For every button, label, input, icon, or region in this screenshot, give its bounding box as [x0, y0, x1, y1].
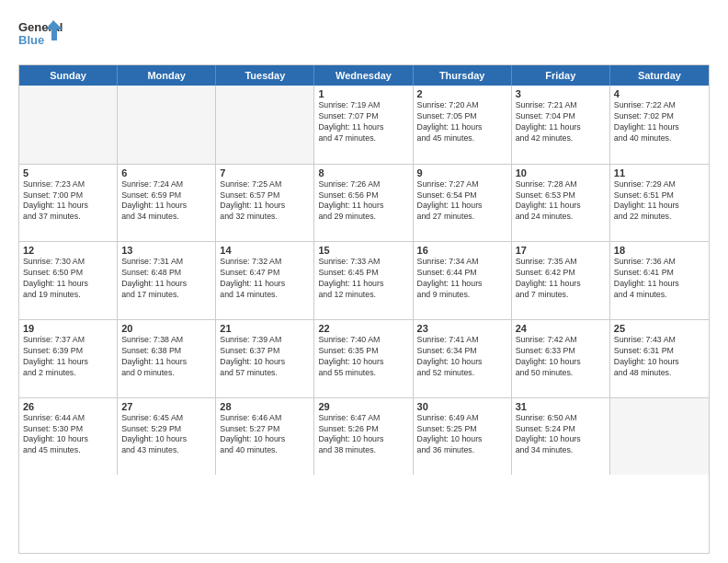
- cell-info: Sunrise: 7:26 AM Sunset: 6:56 PM Dayligh…: [318, 179, 408, 224]
- calendar-cell: 6Sunrise: 7:24 AM Sunset: 6:59 PM Daylig…: [118, 165, 216, 242]
- cell-info: Sunrise: 7:33 AM Sunset: 6:45 PM Dayligh…: [318, 257, 408, 301]
- calendar-cell: [216, 86, 314, 164]
- calendar-cell: 18Sunrise: 7:36 AM Sunset: 6:41 PM Dayli…: [610, 242, 709, 319]
- day-number: 10: [516, 167, 606, 178]
- calendar-cell: [118, 86, 216, 164]
- calendar-row: 5Sunrise: 7:23 AM Sunset: 7:00 PM Daylig…: [19, 164, 709, 242]
- cell-info: Sunrise: 7:31 AM Sunset: 6:48 PM Dayligh…: [121, 257, 211, 301]
- page-header: GeneralBlue: [18, 15, 710, 55]
- day-number: 4: [614, 88, 705, 99]
- day-number: 15: [318, 245, 408, 256]
- calendar-row: 26Sunrise: 6:44 AM Sunset: 5:30 PM Dayli…: [19, 397, 709, 476]
- calendar-cell: 28Sunrise: 6:46 AM Sunset: 5:27 PM Dayli…: [216, 398, 314, 476]
- cell-info: Sunrise: 7:29 AM Sunset: 6:51 PM Dayligh…: [614, 179, 705, 224]
- day-number: 19: [23, 323, 113, 334]
- cell-info: Sunrise: 7:25 AM Sunset: 6:57 PM Dayligh…: [220, 179, 310, 224]
- calendar-row: 12Sunrise: 7:30 AM Sunset: 6:50 PM Dayli…: [19, 241, 709, 319]
- day-number: 9: [417, 167, 507, 178]
- calendar-body: 1Sunrise: 7:19 AM Sunset: 7:07 PM Daylig…: [19, 86, 709, 553]
- calendar-cell: 8Sunrise: 7:26 AM Sunset: 6:56 PM Daylig…: [314, 165, 413, 242]
- calendar-cell: 30Sunrise: 6:49 AM Sunset: 5:25 PM Dayli…: [414, 398, 512, 476]
- calendar-cell: 5Sunrise: 7:23 AM Sunset: 7:00 PM Daylig…: [19, 165, 118, 242]
- cell-info: Sunrise: 7:24 AM Sunset: 6:59 PM Dayligh…: [121, 179, 211, 224]
- day-number: 22: [318, 323, 408, 334]
- cell-info: Sunrise: 7:21 AM Sunset: 7:04 PM Dayligh…: [516, 100, 606, 144]
- calendar-cell: 9Sunrise: 7:27 AM Sunset: 6:54 PM Daylig…: [414, 165, 512, 242]
- cell-info: Sunrise: 7:40 AM Sunset: 6:35 PM Dayligh…: [318, 335, 408, 379]
- calendar-cell: 27Sunrise: 6:45 AM Sunset: 5:29 PM Dayli…: [118, 398, 216, 476]
- calendar-cell: 1Sunrise: 7:19 AM Sunset: 7:07 PM Daylig…: [314, 86, 413, 164]
- weekday-header-tuesday: Tuesday: [216, 65, 314, 86]
- calendar-cell: 4Sunrise: 7:22 AM Sunset: 7:02 PM Daylig…: [610, 86, 709, 164]
- day-number: 25: [614, 323, 705, 334]
- calendar-cell: 25Sunrise: 7:43 AM Sunset: 6:31 PM Dayli…: [610, 320, 709, 397]
- day-number: 7: [220, 167, 310, 178]
- day-number: 6: [121, 167, 211, 178]
- cell-info: Sunrise: 7:23 AM Sunset: 7:00 PM Dayligh…: [23, 179, 113, 224]
- day-number: 17: [516, 245, 606, 256]
- calendar-cell: 16Sunrise: 7:34 AM Sunset: 6:44 PM Dayli…: [414, 242, 512, 319]
- cell-info: Sunrise: 7:20 AM Sunset: 7:05 PM Dayligh…: [417, 100, 507, 144]
- cell-info: Sunrise: 7:28 AM Sunset: 6:53 PM Dayligh…: [516, 179, 606, 224]
- day-number: 30: [417, 401, 507, 412]
- cell-info: Sunrise: 7:32 AM Sunset: 6:47 PM Dayligh…: [220, 257, 310, 301]
- calendar-cell: 23Sunrise: 7:41 AM Sunset: 6:34 PM Dayli…: [414, 320, 512, 397]
- day-number: 3: [516, 88, 606, 99]
- cell-info: Sunrise: 7:30 AM Sunset: 6:50 PM Dayligh…: [23, 257, 113, 301]
- day-number: 26: [23, 401, 113, 412]
- day-number: 12: [23, 245, 113, 256]
- weekday-header-monday: Monday: [118, 65, 216, 86]
- calendar-cell: 21Sunrise: 7:39 AM Sunset: 6:37 PM Dayli…: [216, 320, 314, 397]
- cell-info: Sunrise: 7:22 AM Sunset: 7:02 PM Dayligh…: [614, 100, 705, 144]
- weekday-header-thursday: Thursday: [414, 65, 512, 86]
- cell-info: Sunrise: 6:44 AM Sunset: 5:30 PM Dayligh…: [23, 413, 113, 457]
- day-number: 8: [318, 167, 408, 178]
- day-number: 14: [220, 245, 310, 256]
- calendar-cell: 26Sunrise: 6:44 AM Sunset: 5:30 PM Dayli…: [19, 398, 118, 476]
- cell-info: Sunrise: 7:36 AM Sunset: 6:41 PM Dayligh…: [614, 257, 705, 301]
- calendar-row: 19Sunrise: 7:37 AM Sunset: 6:39 PM Dayli…: [19, 319, 709, 397]
- weekday-header-saturday: Saturday: [610, 65, 709, 86]
- calendar-cell: 24Sunrise: 7:42 AM Sunset: 6:33 PM Dayli…: [512, 320, 610, 397]
- day-number: 20: [121, 323, 211, 334]
- weekday-header-friday: Friday: [512, 65, 610, 86]
- calendar-cell: [19, 86, 118, 164]
- cell-info: Sunrise: 7:41 AM Sunset: 6:34 PM Dayligh…: [417, 335, 507, 379]
- calendar-cell: 14Sunrise: 7:32 AM Sunset: 6:47 PM Dayli…: [216, 242, 314, 319]
- day-number: 28: [220, 401, 310, 412]
- calendar-cell: [610, 398, 709, 476]
- cell-info: Sunrise: 6:45 AM Sunset: 5:29 PM Dayligh…: [121, 413, 211, 457]
- calendar-cell: 20Sunrise: 7:38 AM Sunset: 6:38 PM Dayli…: [118, 320, 216, 397]
- day-number: 27: [121, 401, 211, 412]
- cell-info: Sunrise: 7:43 AM Sunset: 6:31 PM Dayligh…: [614, 335, 705, 379]
- logo: GeneralBlue: [18, 15, 64, 55]
- calendar-row: 1Sunrise: 7:19 AM Sunset: 7:07 PM Daylig…: [19, 86, 709, 164]
- cell-info: Sunrise: 6:49 AM Sunset: 5:25 PM Dayligh…: [417, 413, 507, 457]
- calendar: SundayMondayTuesdayWednesdayThursdayFrid…: [18, 64, 710, 554]
- day-number: 21: [220, 323, 310, 334]
- cell-info: Sunrise: 7:37 AM Sunset: 6:39 PM Dayligh…: [23, 335, 113, 379]
- cell-info: Sunrise: 7:42 AM Sunset: 6:33 PM Dayligh…: [516, 335, 606, 379]
- calendar-cell: 22Sunrise: 7:40 AM Sunset: 6:35 PM Dayli…: [314, 320, 413, 397]
- cell-info: Sunrise: 6:50 AM Sunset: 5:24 PM Dayligh…: [516, 413, 606, 457]
- calendar-cell: 3Sunrise: 7:21 AM Sunset: 7:04 PM Daylig…: [512, 86, 610, 164]
- calendar-cell: 12Sunrise: 7:30 AM Sunset: 6:50 PM Dayli…: [19, 242, 118, 319]
- cell-info: Sunrise: 7:38 AM Sunset: 6:38 PM Dayligh…: [121, 335, 211, 379]
- calendar-cell: 11Sunrise: 7:29 AM Sunset: 6:51 PM Dayli…: [610, 165, 709, 242]
- day-number: 16: [417, 245, 507, 256]
- cell-info: Sunrise: 7:34 AM Sunset: 6:44 PM Dayligh…: [417, 257, 507, 301]
- logo-icon: GeneralBlue: [18, 15, 64, 55]
- calendar-cell: 29Sunrise: 6:47 AM Sunset: 5:26 PM Dayli…: [314, 398, 413, 476]
- day-number: 11: [614, 167, 705, 178]
- cell-info: Sunrise: 6:47 AM Sunset: 5:26 PM Dayligh…: [318, 413, 408, 457]
- cell-info: Sunrise: 7:27 AM Sunset: 6:54 PM Dayligh…: [417, 179, 507, 224]
- day-number: 24: [516, 323, 606, 334]
- cell-info: Sunrise: 7:39 AM Sunset: 6:37 PM Dayligh…: [220, 335, 310, 379]
- calendar-cell: 2Sunrise: 7:20 AM Sunset: 7:05 PM Daylig…: [414, 86, 512, 164]
- cell-info: Sunrise: 6:46 AM Sunset: 5:27 PM Dayligh…: [220, 413, 310, 457]
- calendar-cell: 10Sunrise: 7:28 AM Sunset: 6:53 PM Dayli…: [512, 165, 610, 242]
- calendar-cell: 19Sunrise: 7:37 AM Sunset: 6:39 PM Dayli…: [19, 320, 118, 397]
- cell-info: Sunrise: 7:35 AM Sunset: 6:42 PM Dayligh…: [516, 257, 606, 301]
- calendar-cell: 17Sunrise: 7:35 AM Sunset: 6:42 PM Dayli…: [512, 242, 610, 319]
- weekday-header-sunday: Sunday: [19, 65, 118, 86]
